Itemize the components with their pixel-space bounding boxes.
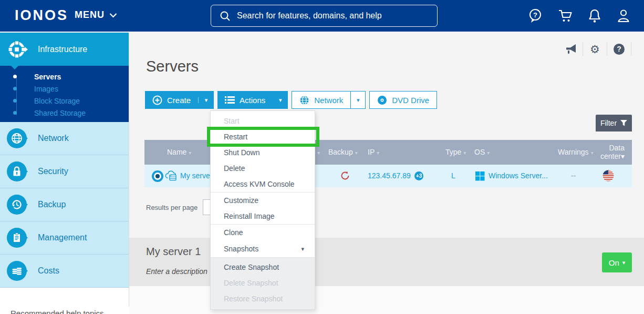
column-header-datacenter[interactable]: Data center▾ [595, 144, 625, 160]
column-header-warnings[interactable]: Warnings▾ [558, 140, 594, 165]
menu-item-restart[interactable]: Restart [211, 129, 315, 145]
sidebar-item-costs[interactable]: Costs [0, 255, 129, 288]
cart-icon[interactable] [558, 9, 573, 23]
dvd-drive-button[interactable]: DVD Drive [369, 91, 437, 109]
server-type: L [451, 165, 455, 187]
plus-circle-icon [152, 95, 162, 105]
network-caret-button[interactable]: ▾ [350, 91, 366, 109]
server-description-placeholder[interactable]: Enter a description [146, 267, 207, 276]
help-icon[interactable]: ? [607, 42, 631, 56]
caret-down-icon: ▾ [279, 97, 282, 103]
search-placeholder: Search for features, domains, and help [237, 11, 382, 21]
sidebar-item-label: Network [38, 134, 69, 143]
power-state-button[interactable]: On ▾ [602, 252, 632, 272]
caret-down-icon: ▾ [205, 97, 208, 103]
submenu-label: Images [34, 85, 58, 93]
us-flag-icon [603, 170, 614, 183]
footer-label: Recommended help topics [11, 309, 104, 314]
submenu-label: Shared Storage [34, 109, 86, 117]
menu-item-delete-snapshot: Delete Snapshot [211, 275, 315, 291]
announcements-icon[interactable] [559, 42, 583, 56]
sidebar-item-management[interactable]: Management [0, 221, 129, 255]
sidebar-item-block-storage[interactable]: Block Storage [0, 95, 129, 107]
server-os[interactable]: Windows Server... [489, 165, 548, 187]
caret-down-icon: ▾ [622, 260, 626, 266]
server-detail-panel: My server 1 Enter a description On ▾ [129, 238, 644, 286]
toolbar: Create ▾ Actions ▾ [145, 91, 437, 109]
menu-item-access-kvm-console[interactable]: Access KVM Console [211, 176, 315, 192]
column-label: Backup [328, 148, 353, 156]
column-header-os[interactable]: OS▾ [474, 140, 490, 165]
actions-dropdown-menu: Start Restart Shut Down Delete Access KV… [210, 110, 315, 310]
submenu-label: Block Storage [34, 97, 80, 105]
column-header-type[interactable]: Type▾ [445, 140, 466, 165]
search-input[interactable]: Search for features, domains, and help [211, 5, 438, 27]
detail-panel-footer [129, 286, 644, 314]
sidebar: Infrastructure Servers Images Block Stor… [0, 33, 129, 314]
column-header-name[interactable]: Name▾ [167, 140, 191, 165]
column-header-backup[interactable]: Backup▾ [328, 140, 358, 165]
sidebar-item-security[interactable]: Security [0, 155, 129, 188]
menu-item-customize[interactable]: Customize [211, 193, 315, 208]
search-icon [220, 11, 231, 22]
caret-down-icon: ▾ [317, 150, 320, 156]
chevron-down-icon [109, 9, 117, 21]
column-header-ip[interactable]: IP▾ [368, 140, 379, 165]
server-ip[interactable]: 123.45.67.89 [368, 165, 411, 187]
sidebar-item-images[interactable]: Images [0, 83, 129, 95]
filter-button-label: Filter [600, 119, 617, 127]
server-detail-title: My server 1 [146, 246, 201, 258]
sidebar-item-backup[interactable]: Backup [0, 188, 129, 221]
sidebar-item-servers[interactable]: Servers [0, 70, 129, 83]
caret-down-icon: ▾ [377, 150, 379, 156]
actions-button[interactable]: Actions ▾ [217, 91, 288, 109]
costs-icon [7, 261, 27, 281]
network-icon [7, 128, 27, 148]
ionos-logo[interactable]: IONOS [15, 7, 68, 24]
main-content: ⚙ ? Servers Create ▾ [129, 32, 644, 314]
actions-caret-button[interactable]: ▾ [273, 97, 288, 103]
menu-item-shut-down[interactable]: Shut Down [211, 145, 315, 160]
menu-item-restore-snapshot: Restore Snapshot [211, 291, 315, 307]
question-mark-glyph: ? [614, 44, 625, 55]
bullet-icon [13, 99, 17, 103]
gear-glyph: ⚙ [590, 44, 600, 55]
backup-status-icon [340, 170, 350, 183]
caret-down-icon: ▾ [463, 150, 466, 156]
column-header-hidden[interactable]: ▾ [315, 140, 320, 165]
menu-item-snapshots[interactable]: Snapshots ▾ [211, 240, 315, 257]
management-icon [7, 228, 27, 248]
menu-item-delete[interactable]: Delete [211, 160, 315, 176]
help-bubble-icon[interactable]: ? [528, 8, 543, 24]
menu-item-label: Snapshots [224, 240, 258, 257]
menu-item-clone[interactable]: Clone [211, 225, 315, 240]
caret-down-icon: ▾ [621, 152, 625, 160]
actions-button-label: Actions [240, 96, 265, 105]
funnel-icon [620, 120, 627, 126]
sidebar-item-network[interactable]: Network [0, 122, 129, 155]
network-button[interactable]: Network [292, 91, 350, 109]
menu-item-create-snapshot[interactable]: Create Snapshot [211, 259, 315, 275]
sidebar-item-shared-storage[interactable]: Shared Storage [0, 107, 129, 119]
caret-down-icon: ▾ [355, 150, 358, 156]
ionos-cloud-panel: IONOS MENU Search for features, domains,… [0, 0, 644, 314]
user-icon[interactable] [617, 8, 630, 23]
menu-toggle-label: MENU [75, 9, 105, 21]
sidebar-item-label: Management [38, 233, 87, 242]
create-button[interactable]: Create ▾ [145, 91, 214, 109]
bell-icon[interactable] [588, 8, 601, 23]
create-caret-button[interactable]: ▾ [198, 97, 214, 103]
menu-item-reinstall-image[interactable]: Reinstall Image [211, 208, 315, 224]
row-radio-button[interactable] [152, 170, 163, 182]
menu-toggle[interactable]: MENU [75, 9, 117, 21]
network-button-label: Network [314, 96, 343, 105]
ip-more-badge[interactable]: +3 [414, 171, 423, 180]
filter-button[interactable]: Filter [596, 115, 632, 131]
page-title: Servers [146, 58, 199, 75]
sidebar-item-label: Costs [38, 266, 59, 276]
sidebar-item-infrastructure[interactable]: Infrastructure [0, 33, 129, 66]
settings-gear-icon[interactable]: ⚙ [583, 42, 607, 56]
submenu-label: Servers [34, 73, 61, 81]
caret-down-icon: ▾ [189, 150, 191, 156]
server-name[interactable]: My serve [180, 165, 210, 187]
